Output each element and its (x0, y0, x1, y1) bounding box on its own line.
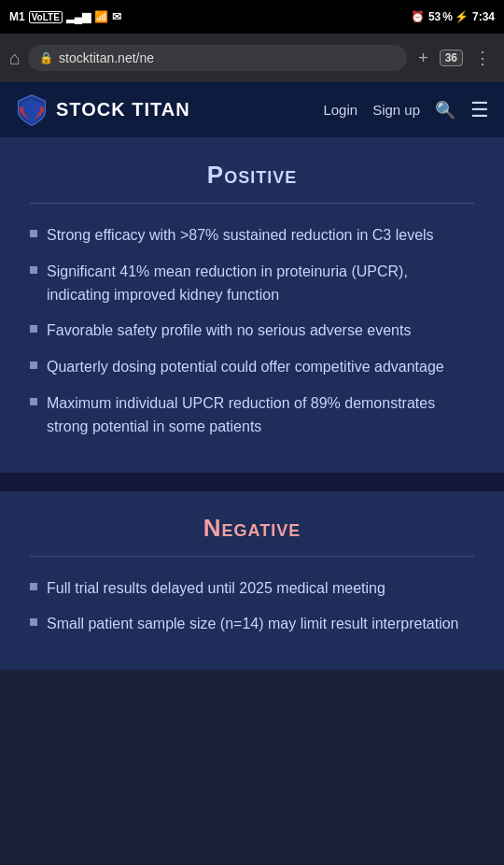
positive-section-title: Positive (30, 161, 474, 190)
bullet-icon (30, 398, 37, 405)
list-item: Quarterly dosing potential could offer c… (30, 356, 474, 379)
battery-bolt-icon: ⚡ (455, 10, 469, 23)
bullet-icon (30, 362, 37, 369)
bullet-icon (30, 230, 37, 237)
tabs-count-badge[interactable]: 36 (440, 50, 463, 66)
positive-item-2: Significant 41% mean reduction in protei… (47, 261, 474, 307)
negative-divider (30, 556, 474, 557)
positive-bullet-list: Strong efficacy with >87% sustained redu… (30, 224, 474, 439)
signal-icon: ▂▄▆ (66, 10, 91, 23)
positive-item-3: Favorable safety profile with no serious… (47, 319, 411, 343)
address-bar[interactable]: 🔒 stocktitan.net/ne (28, 45, 407, 71)
overflow-menu-button[interactable]: ⋮ (470, 44, 495, 72)
login-link[interactable]: Login (323, 102, 357, 118)
logo-text: STOCK TITAN (56, 99, 190, 121)
wifi-icon: 📶 (94, 10, 108, 23)
address-text: stocktitan.net/ne (59, 50, 154, 65)
bullet-icon (30, 583, 37, 590)
list-item: Small patient sample size (n=14) may lim… (30, 613, 474, 636)
home-button[interactable]: ⌂ (9, 48, 21, 69)
positive-divider (30, 203, 474, 204)
list-item: Strong efficacy with >87% sustained redu… (30, 224, 474, 248)
time-display: 7:34 (472, 10, 495, 23)
list-item: Maximum individual UPCR reduction of 89%… (30, 392, 474, 439)
negative-item-2: Small patient sample size (n=14) may lim… (47, 613, 459, 636)
menu-icon[interactable]: ☰ (470, 98, 489, 122)
nav-header: STOCK TITAN Login Sign up 🔍 ☰ (0, 82, 504, 138)
status-right: ⏰ 53% ⚡ 7:34 (411, 10, 495, 23)
negative-section: Negative Full trial results delayed unti… (0, 491, 504, 671)
nav-links: Login Sign up 🔍 ☰ (323, 98, 489, 122)
volte-badge: VoLTE (29, 11, 63, 23)
logo-shield-icon (15, 93, 49, 127)
bullet-icon (30, 266, 37, 274)
alarm-icon: ⏰ (411, 10, 425, 23)
negative-section-title: Negative (30, 514, 474, 543)
negative-item-1: Full trial results delayed until 2025 me… (47, 577, 385, 601)
status-bar: M1 VoLTE ▂▄▆ 📶 ✉ ⏰ 53% ⚡ 7:34 (0, 0, 504, 34)
list-item: Favorable safety profile with no serious… (30, 319, 474, 343)
battery-percent: 53 (428, 10, 441, 23)
list-item: Full trial results delayed until 2025 me… (30, 577, 474, 601)
bullet-icon (30, 618, 37, 626)
negative-bullet-list: Full trial results delayed until 2025 me… (30, 577, 474, 637)
main-content: Positive Strong efficacy with >87% susta… (0, 138, 504, 670)
signup-link[interactable]: Sign up (372, 102, 420, 118)
battery-indicator: 53% ⚡ (428, 10, 469, 23)
browser-chrome: ⌂ 🔒 stocktitan.net/ne + 36 ⋮ (0, 34, 504, 82)
search-icon[interactable]: 🔍 (435, 100, 455, 121)
positive-item-5: Maximum individual UPCR reduction of 89%… (47, 392, 474, 439)
new-tab-button[interactable]: + (414, 45, 432, 72)
list-item: Significant 41% mean reduction in protei… (30, 261, 474, 307)
positive-section: Positive Strong efficacy with >87% susta… (0, 138, 504, 473)
security-icon: 🔒 (39, 51, 53, 64)
section-gap (0, 473, 504, 491)
positive-item-1: Strong efficacy with >87% sustained redu… (47, 224, 434, 248)
carrier-label: M1 (9, 10, 25, 23)
message-icon: ✉ (112, 10, 121, 23)
positive-item-4: Quarterly dosing potential could offer c… (47, 356, 444, 379)
bullet-icon (30, 325, 37, 333)
status-left: M1 VoLTE ▂▄▆ 📶 ✉ (9, 10, 121, 23)
site-logo[interactable]: STOCK TITAN (15, 93, 323, 127)
